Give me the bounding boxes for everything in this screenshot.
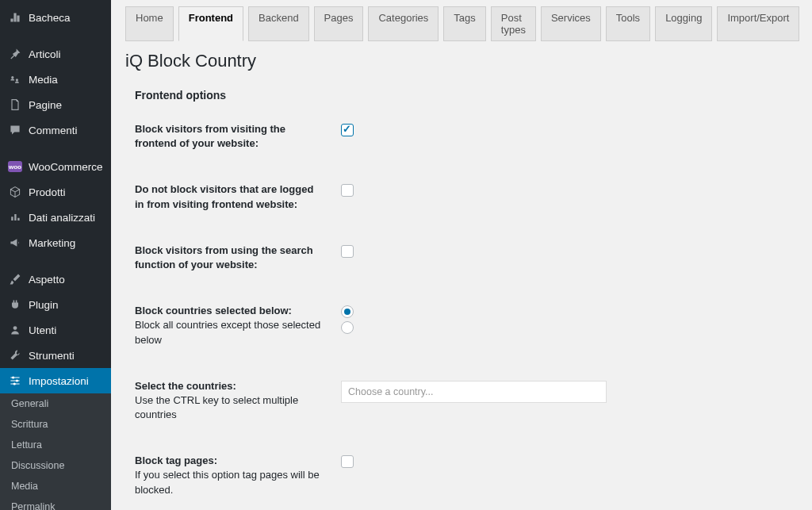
field-block-mode: Block countries selected below: Block al… bbox=[125, 304, 798, 379]
sidebar-separator bbox=[0, 255, 111, 267]
tab-tags[interactable]: Tags bbox=[443, 6, 485, 41]
sidebar-item-pagine[interactable]: Pagine bbox=[0, 92, 111, 117]
tab-tools[interactable]: Tools bbox=[606, 6, 650, 41]
sidebar-item-label: Media bbox=[29, 74, 58, 86]
product-icon bbox=[8, 185, 22, 199]
media-icon bbox=[8, 72, 22, 86]
tab-frontend[interactable]: Frontend bbox=[178, 6, 243, 41]
field-label: Block tag pages: If you select this opti… bbox=[135, 454, 341, 497]
tab-categories[interactable]: Categories bbox=[368, 6, 439, 41]
sidebar-item-label: Marketing bbox=[29, 237, 75, 249]
countries-label: Select the countries: bbox=[135, 380, 236, 392]
field-block-tag: Block tag pages: If you select this opti… bbox=[125, 454, 798, 510]
sidebar-sub-scrittura[interactable]: Scrittura bbox=[0, 414, 111, 435]
sidebar-item-label: Bacheca bbox=[29, 12, 71, 24]
svg-point-5 bbox=[13, 382, 16, 385]
comment-icon bbox=[8, 123, 22, 137]
section-title: Frontend options bbox=[135, 89, 798, 102]
sidebar-item-label: Dati analizzati bbox=[29, 212, 95, 224]
field-label: Block countries selected below: Block al… bbox=[135, 304, 341, 347]
block-mode-opt2-label: Block all countries except those selecte… bbox=[135, 319, 320, 345]
pin-icon bbox=[8, 47, 22, 61]
sidebar-item-woocommerce[interactable]: woo WooCommerce bbox=[0, 154, 111, 179]
block-tag-checkbox[interactable] bbox=[341, 455, 354, 468]
block-frontend-checkbox[interactable] bbox=[341, 124, 354, 136]
field-countries: Select the countries: Use the CTRL key t… bbox=[125, 379, 798, 454]
sliders-icon bbox=[8, 374, 22, 388]
svg-point-2 bbox=[13, 326, 17, 330]
sidebar-separator bbox=[0, 30, 111, 41]
sidebar-item-impostazioni[interactable]: Impostazioni bbox=[0, 368, 111, 393]
sidebar-item-media[interactable]: Media bbox=[0, 67, 111, 92]
block-mode-radio-selected[interactable] bbox=[341, 305, 354, 318]
tab-import-export[interactable]: Import/Export bbox=[717, 6, 799, 41]
sidebar-item-strumenti[interactable]: Strumenti bbox=[0, 343, 111, 368]
sidebar-item-marketing[interactable]: Marketing bbox=[0, 230, 111, 255]
sidebar-item-label: WooCommerce bbox=[29, 161, 103, 173]
block-mode-opt1-label: Block countries selected below: bbox=[135, 305, 292, 316]
block-tag-desc: If you select this option tag pages will… bbox=[135, 469, 320, 495]
field-block-frontend: Block visitors from visiting the fronten… bbox=[125, 122, 798, 182]
block-search-checkbox[interactable] bbox=[341, 245, 354, 258]
sidebar-sub-permalink[interactable]: Permalink bbox=[0, 497, 111, 510]
sidebar-item-utenti[interactable]: Utenti bbox=[0, 317, 111, 343]
dashboard-icon bbox=[8, 10, 22, 25]
sidebar-item-commenti[interactable]: Commenti bbox=[0, 117, 111, 143]
tab-backend[interactable]: Backend bbox=[248, 6, 309, 41]
block-tag-label: Block tag pages: bbox=[135, 454, 217, 466]
sidebar-item-label: Articoli bbox=[29, 48, 61, 60]
sidebar-sub-lettura[interactable]: Lettura bbox=[0, 435, 111, 455]
plug-icon bbox=[8, 297, 22, 312]
sidebar-separator bbox=[0, 143, 111, 154]
sidebar-sub-discussione[interactable]: Discussione bbox=[0, 455, 111, 476]
field-label: Block visitors from using the search fun… bbox=[135, 243, 341, 272]
sidebar-item-label: Aspetto bbox=[29, 274, 65, 286]
tab-services[interactable]: Services bbox=[541, 6, 601, 41]
sidebar-item-aspetto[interactable]: Aspetto bbox=[0, 267, 111, 292]
field-label: Block visitors from visiting the fronten… bbox=[135, 122, 341, 151]
sidebar-item-label: Strumenti bbox=[29, 350, 75, 362]
sidebar-item-label: Pagine bbox=[29, 99, 62, 111]
user-icon bbox=[8, 323, 22, 337]
svg-point-1 bbox=[16, 79, 18, 81]
countries-select[interactable]: Choose a country... bbox=[341, 381, 607, 403]
field-block-search: Block visitors from using the search fun… bbox=[125, 243, 798, 304]
sidebar-item-label: Plugin bbox=[29, 299, 59, 311]
sidebar-item-prodotti[interactable]: Prodotti bbox=[0, 179, 111, 205]
megaphone-icon bbox=[8, 236, 22, 250]
wrench-icon bbox=[8, 348, 22, 362]
tab-bar: Home Frontend Backend Pages Categories T… bbox=[125, 6, 798, 41]
analytics-icon bbox=[8, 210, 22, 224]
tab-home[interactable]: Home bbox=[125, 6, 174, 41]
countries-desc: Use the CTRL key to select multiple coun… bbox=[135, 394, 298, 420]
sidebar-item-label: Utenti bbox=[29, 324, 56, 336]
field-label: Do not block visitors that are logged in… bbox=[135, 182, 341, 211]
sidebar-sub-generali[interactable]: Generali bbox=[0, 393, 111, 414]
main-content: Home Frontend Backend Pages Categories T… bbox=[111, 0, 812, 510]
page-title: iQ Block Country bbox=[125, 51, 798, 71]
admin-sidebar: Bacheca Articoli Media Pagine Commenti w… bbox=[0, 0, 111, 510]
sidebar-item-dati-analizzati[interactable]: Dati analizzati bbox=[0, 205, 111, 230]
sidebar-item-articoli[interactable]: Articoli bbox=[0, 41, 111, 67]
sidebar-item-label: Commenti bbox=[29, 125, 78, 136]
countries-placeholder: Choose a country... bbox=[348, 386, 433, 397]
tab-post-types[interactable]: Post types bbox=[491, 6, 536, 41]
field-label: Select the countries: Use the CTRL key t… bbox=[135, 379, 341, 423]
sidebar-item-label: Impostazioni bbox=[29, 375, 89, 387]
block-mode-radio-except[interactable] bbox=[341, 321, 354, 334]
field-no-block-logged: Do not block visitors that are logged in… bbox=[125, 182, 798, 243]
page-icon bbox=[8, 98, 22, 112]
brush-icon bbox=[8, 272, 22, 286]
tab-pages[interactable]: Pages bbox=[314, 6, 364, 41]
no-block-logged-checkbox[interactable] bbox=[341, 184, 354, 197]
svg-point-4 bbox=[16, 379, 18, 382]
woo-icon: woo bbox=[8, 159, 22, 174]
sidebar-sub-media[interactable]: Media bbox=[0, 476, 111, 497]
svg-point-3 bbox=[12, 376, 14, 378]
tab-logging[interactable]: Logging bbox=[655, 6, 712, 41]
sidebar-item-label: Prodotti bbox=[29, 186, 66, 198]
sidebar-item-bacheca[interactable]: Bacheca bbox=[0, 5, 111, 30]
svg-point-0 bbox=[11, 76, 13, 79]
sidebar-item-plugin[interactable]: Plugin bbox=[0, 292, 111, 317]
